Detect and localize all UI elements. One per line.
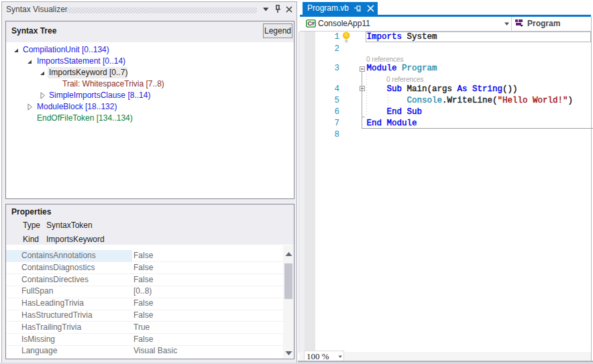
svg-text:C#: C# — [307, 20, 315, 27]
